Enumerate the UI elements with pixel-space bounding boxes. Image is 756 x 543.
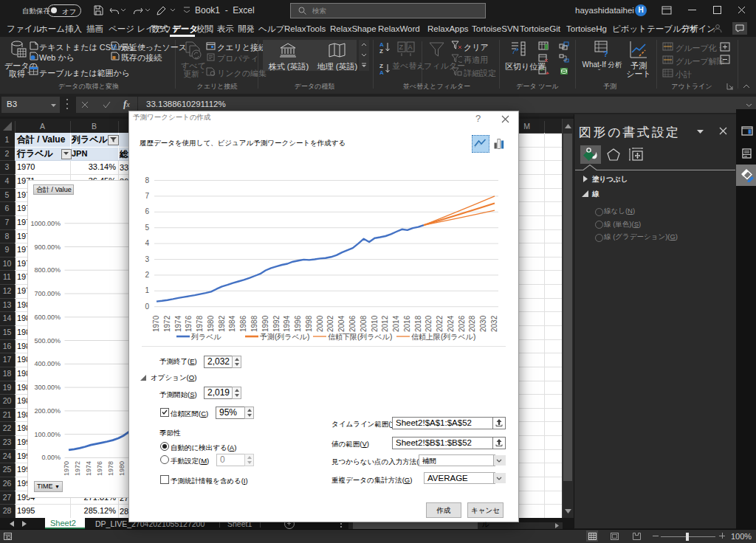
svg-text:300.00%: 300.00% — [34, 384, 61, 391]
svg-text:100.00%: 100.00% — [34, 431, 61, 438]
svg-text:1976: 1976 — [96, 461, 103, 476]
svg-text:6: 6 — [145, 207, 149, 215]
svg-text:0.00%: 0.00% — [41, 454, 61, 461]
svg-text:信頼上限(列ラベル): 信頼上限(列ラベル) — [411, 333, 475, 341]
svg-text:A: A — [379, 69, 384, 75]
svg-text:A: A — [408, 44, 413, 51]
svg-text:2022: 2022 — [436, 315, 444, 332]
svg-text:1992: 1992 — [272, 315, 281, 332]
svg-text:1982: 1982 — [218, 315, 226, 332]
svg-text:2008: 2008 — [360, 315, 368, 332]
svg-text:2020: 2020 — [425, 315, 433, 332]
svg-text:2014: 2014 — [392, 315, 400, 332]
svg-text:8: 8 — [145, 176, 149, 184]
svg-text:2026: 2026 — [458, 315, 466, 332]
svg-text:4: 4 — [145, 239, 149, 247]
svg-text:2006: 2006 — [348, 315, 357, 332]
svg-text:1: 1 — [145, 286, 149, 294]
svg-text:1978: 1978 — [107, 461, 114, 476]
svg-text:?: ? — [603, 49, 608, 58]
svg-text:2000: 2000 — [316, 315, 324, 332]
svg-text:1970: 1970 — [63, 461, 70, 476]
svg-text:5: 5 — [145, 224, 149, 232]
svg-text:2028: 2028 — [468, 315, 476, 332]
svg-text:700.00%: 700.00% — [34, 290, 61, 297]
svg-text:1984: 1984 — [228, 315, 236, 332]
svg-text:2032: 2032 — [490, 315, 498, 332]
svg-text:1972: 1972 — [74, 461, 81, 476]
svg-text:1980: 1980 — [207, 315, 215, 332]
svg-text:400.00%: 400.00% — [34, 360, 61, 367]
svg-text:1998: 1998 — [305, 315, 313, 332]
svg-text:0: 0 — [145, 302, 149, 311]
svg-text:1996: 1996 — [294, 315, 302, 332]
svg-text:600.00%: 600.00% — [34, 314, 61, 321]
svg-text:900.00%: 900.00% — [34, 243, 61, 251]
svg-text:200.00%: 200.00% — [34, 407, 61, 415]
svg-text:Z: Z — [399, 44, 404, 51]
svg-text:A: A — [379, 41, 384, 48]
svg-text:2004: 2004 — [337, 315, 346, 332]
svg-text:2016: 2016 — [403, 315, 411, 332]
svg-text:列ラベル: 列ラベル — [190, 333, 221, 341]
svg-text:Z: Z — [379, 63, 383, 69]
svg-text:1974: 1974 — [85, 461, 92, 476]
svg-text:1990: 1990 — [261, 315, 269, 332]
svg-text:2024: 2024 — [447, 315, 455, 332]
svg-text:1994: 1994 — [283, 315, 291, 332]
svg-text:1988: 1988 — [250, 315, 258, 332]
svg-text:2010: 2010 — [371, 315, 379, 332]
svg-text:2012: 2012 — [381, 315, 389, 332]
svg-text:1978: 1978 — [196, 315, 204, 332]
svg-text:2002: 2002 — [326, 315, 334, 332]
svg-text:500.00%: 500.00% — [34, 337, 61, 345]
svg-text:2030: 2030 — [479, 315, 487, 332]
svg-text:信頼下限(列ラベル): 信頼下限(列ラベル) — [328, 333, 392, 341]
svg-text:3: 3 — [145, 255, 149, 263]
svg-text:1980: 1980 — [118, 461, 126, 476]
svg-text:800.00%: 800.00% — [34, 266, 61, 274]
svg-text:予測(列ラベル): 予測(列ラベル) — [259, 333, 309, 341]
svg-text:1986: 1986 — [239, 315, 247, 332]
svg-text:2: 2 — [145, 271, 149, 279]
svg-text:1976: 1976 — [185, 315, 193, 332]
svg-text:2018: 2018 — [414, 315, 422, 332]
svg-text:7: 7 — [145, 192, 149, 200]
svg-text:1970: 1970 — [152, 315, 160, 332]
svg-text:1972: 1972 — [163, 315, 171, 332]
svg-text:Z: Z — [379, 48, 383, 54]
svg-text:1000.00%: 1000.00% — [30, 220, 61, 227]
svg-text:1974: 1974 — [174, 315, 182, 332]
